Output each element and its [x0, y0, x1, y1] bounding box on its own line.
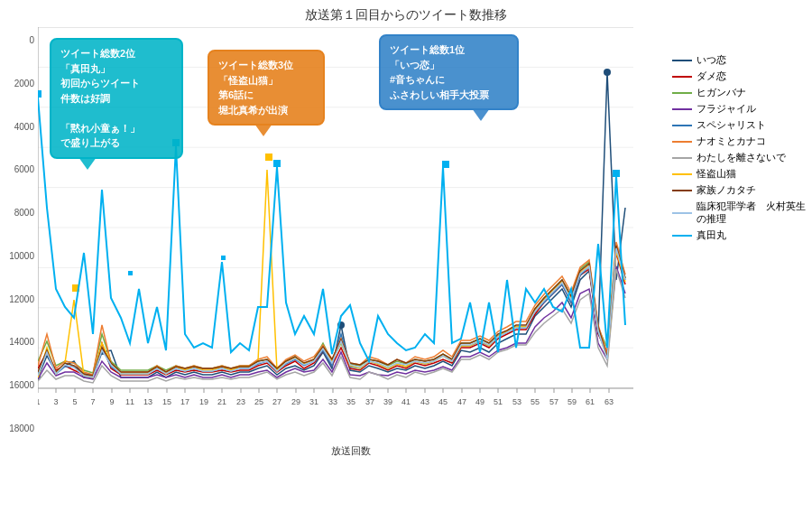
legend-kaitou: 怪盗山猫 [672, 168, 812, 181]
legend-label-kazoku: 家族ノカタチ [697, 184, 756, 197]
x-label-13: 13 [143, 397, 152, 406]
legend-label-rinsho: 臨床犯罪学者 火村英生の推理 [697, 200, 812, 226]
x-label-19: 19 [199, 397, 208, 406]
legend-fragile: フラジャイル [672, 103, 812, 116]
x-label-29: 29 [291, 397, 300, 406]
x-label-53: 53 [512, 397, 521, 406]
legend-line-rinsho [672, 212, 692, 214]
legend-line-kaitou [672, 173, 692, 175]
marker-kaitou-ep29 [265, 154, 272, 161]
x-label-33: 33 [328, 397, 337, 406]
y-label-8000: 8000 [0, 209, 34, 218]
legend-line-specialist [672, 125, 692, 126]
y-label-0: 0 [0, 36, 34, 45]
x-label-11: 11 [125, 397, 134, 406]
chart-title: 放送第１回目からのツイート数推移 [0, 0, 812, 27]
y-label-12000: 12000 [0, 295, 34, 304]
x-label-57: 57 [549, 397, 558, 406]
legend-label-sanada: 真田丸 [697, 229, 726, 242]
x-label-35: 35 [346, 397, 355, 406]
x-label-41: 41 [401, 397, 411, 406]
marker-sanada-45 [442, 161, 449, 168]
legend-watashi: わたしを離さないで [672, 152, 812, 164]
x-label-17: 17 [180, 397, 189, 406]
x-label-7: 7 [90, 397, 95, 406]
legend-kazoku: 家族ノカタチ [672, 184, 812, 197]
legend-label-naomi: ナオミとカナコ [697, 135, 766, 148]
legend-area: いつ恋 ダメ恋 ヒガンバナ フラジャイル スペシャリスト ナオミとカナコ [663, 27, 812, 442]
legend-label-higanbana: ヒガンバナ [697, 87, 746, 99]
x-label-3: 3 [53, 397, 58, 406]
legend-line-kazoku [672, 190, 692, 191]
legend-line-naomi [672, 141, 692, 143]
legend-line-fragile [672, 108, 692, 110]
x-label-5: 5 [72, 397, 77, 406]
marker-sanada-1 [38, 90, 42, 98]
y-label-14000: 14000 [0, 338, 34, 347]
bubble-blue: ツイート総数1位「いつ恋」#音ちゃんにふさわしい相手大投票 [379, 34, 519, 110]
x-label-55: 55 [531, 397, 540, 406]
legend-label-watashi: わたしを離さないで [697, 152, 786, 164]
y-label-6000: 6000 [0, 165, 34, 174]
legend-line-higanbana [672, 92, 692, 94]
bubble-orange: ツイート総数3位「怪盗山猫」第6話に堀北真希が出演 [208, 50, 325, 126]
dot-itsukoi-63 [604, 69, 611, 76]
legend-label-specialist: スペシャリスト [697, 119, 766, 132]
legend-naomi: ナオミとカナコ [672, 135, 812, 148]
x-label-1: 1 [38, 397, 41, 406]
legend-label-kaitou: 怪盗山猫 [697, 168, 736, 181]
x-label-9: 9 [109, 397, 114, 406]
x-label-23: 23 [236, 397, 245, 406]
x-label-39: 39 [383, 397, 392, 406]
legend-label-fragile: フラジャイル [697, 103, 756, 116]
marker-sanada-11 [128, 271, 133, 275]
y-axis-labels: 18000 16000 14000 12000 10000 8000 6000 … [0, 36, 38, 433]
legend-label-damekou: ダメ恋 [697, 70, 726, 83]
x-label-45: 45 [438, 397, 448, 406]
x-label-59: 59 [567, 397, 577, 406]
x-axis-title: 放送回数 [38, 444, 663, 458]
legend-label-itsukoi: いつ恋 [697, 54, 726, 67]
bubble-cyan: ツイート総数2位「真田丸」初回からツイート件数は好調「黙れ小童ぁ！」で盛り上がる [50, 38, 183, 159]
x-label-21: 21 [217, 397, 226, 406]
y-label-18000: 18000 [0, 424, 34, 433]
y-label-16000: 16000 [0, 381, 34, 390]
x-label-43: 43 [420, 397, 429, 406]
x-label-63: 63 [604, 397, 614, 406]
legend-line-damekou [672, 76, 692, 78]
x-label-47: 47 [457, 397, 466, 406]
legend-line-watashi [672, 157, 692, 159]
y-label-2000: 2000 [0, 79, 34, 88]
y-label-4000: 4000 [0, 123, 34, 132]
legend-itsukoi: いつ恋 [672, 54, 812, 67]
marker-sanada-21 [221, 256, 226, 260]
x-label-51: 51 [494, 397, 503, 406]
marker-sanada-63 [613, 170, 620, 177]
legend-specialist: スペシャリスト [672, 119, 812, 132]
chart-container: 放送第１回目からのツイート数推移 ツイート総数2位「真田丸」初回からツイート件数… [0, 0, 812, 512]
x-label-15: 15 [162, 397, 171, 406]
legend-damekou: ダメ恋 [672, 70, 812, 83]
marker-sanada-27 [273, 160, 281, 167]
legend-line-sanada [672, 235, 692, 237]
x-label-61: 61 [586, 397, 595, 406]
x-label-25: 25 [254, 397, 263, 406]
y-label-10000: 10000 [0, 252, 34, 261]
x-label-49: 49 [475, 397, 484, 406]
x-label-27: 27 [272, 397, 281, 406]
x-label-31: 31 [309, 397, 318, 406]
x-label-37: 37 [365, 397, 374, 406]
legend-line-itsukoi [672, 60, 692, 61]
legend-higanbana: ヒガンバナ [672, 87, 812, 99]
legend-rinsho: 臨床犯罪学者 火村英生の推理 [672, 200, 812, 226]
legend-sanada: 真田丸 [672, 229, 812, 242]
